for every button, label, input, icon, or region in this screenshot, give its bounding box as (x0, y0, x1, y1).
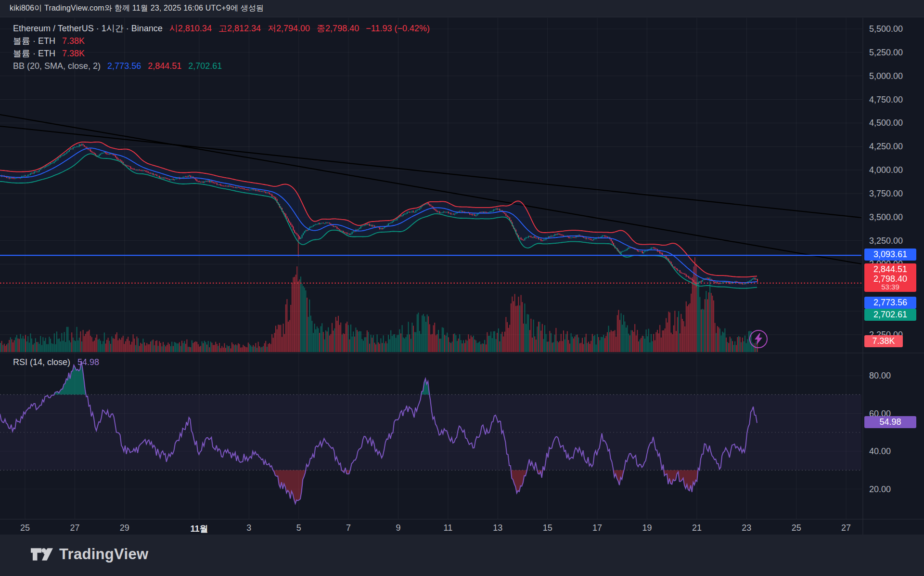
time-axis-label: 13 (493, 523, 502, 533)
ohlc-open: 시2,810.34 (169, 24, 212, 33)
time-axis-label: 27 (70, 523, 79, 533)
lightning-icon (754, 333, 763, 345)
volume-layer (0, 257, 758, 352)
ohlc-low: 저2,794.00 (268, 24, 310, 33)
volume-value: 7.38K (62, 36, 85, 46)
ohlc-high: 고2,812.34 (218, 24, 261, 33)
bb-label: BB (20, SMA, close, 2) (13, 61, 101, 71)
time-axis-label: 11월 (190, 523, 208, 535)
rsi-label: RSI (14, close) (13, 357, 70, 367)
ohlc-change: −11.93 (−0.42%) (366, 24, 430, 33)
volume-value: 7.38K (62, 49, 85, 58)
bb-lower-value: 2,702.61 (188, 61, 222, 71)
volume-label: 볼륨 · ETH (13, 49, 55, 58)
time-axis-label: 7 (346, 523, 351, 533)
time-axis-label: 29 (120, 523, 129, 533)
candles-layer (0, 144, 758, 288)
time-axis-label: 25 (792, 523, 801, 533)
time-axis-label: 17 (592, 523, 602, 533)
tradingview-logo[interactable]: TradingView (31, 546, 148, 563)
time-axis-label: 27 (841, 523, 851, 533)
rsi-value: 54.98 (77, 357, 99, 367)
symbol-row: Ethereum / TetherUS · 1시간 · Binance 시2,8… (13, 22, 434, 35)
time-axis-label: 5 (296, 523, 301, 533)
tradingview-logo-text: TradingView (59, 546, 148, 563)
ohlc-close: 종2,798.40 (317, 24, 359, 33)
time-axis[interactable]: 25272911월3579111315171921232527 (0, 519, 924, 535)
time-axis-label: 15 (543, 523, 552, 533)
volume-legend-row: 볼륨 · ETH 7.38K (13, 47, 434, 60)
bb-basis-value: 2,773.56 (107, 61, 141, 71)
time-axis-label: 25 (20, 523, 30, 533)
trend-lines-layer (0, 115, 861, 264)
time-axis-label: 3 (246, 523, 251, 533)
time-axis-label: 9 (396, 523, 400, 533)
time-axis-label: 23 (742, 523, 751, 533)
bb-upper-value: 2,844.51 (148, 61, 181, 71)
bb-legend-row: BB (20, SMA, close, 2) 2,773.56 2,844.51… (13, 60, 434, 72)
time-axis-label: 19 (642, 523, 652, 533)
tradingview-snapshot: kiki806이 TradingView.com와 함께 11월 23, 202… (0, 0, 924, 576)
tradingview-logo-icon (31, 547, 53, 562)
time-axis-label: 21 (692, 523, 702, 533)
rsi-legend: RSI (14, close) 54.98 (13, 357, 104, 367)
symbol-title: Ethereum / TetherUS · 1시간 · Binance (13, 24, 163, 33)
chart-canvas[interactable] (0, 0, 924, 576)
volume-label: 볼륨 · ETH (13, 36, 55, 46)
volume-legend-row: 볼륨 · ETH 7.38K (13, 35, 434, 47)
boost-button[interactable] (749, 330, 768, 348)
main-legend: Ethereum / TetherUS · 1시간 · Binance 시2,8… (13, 22, 434, 72)
time-axis-label: 11 (444, 523, 453, 533)
rsi-layer (0, 361, 861, 503)
bollinger-layer (0, 142, 757, 288)
